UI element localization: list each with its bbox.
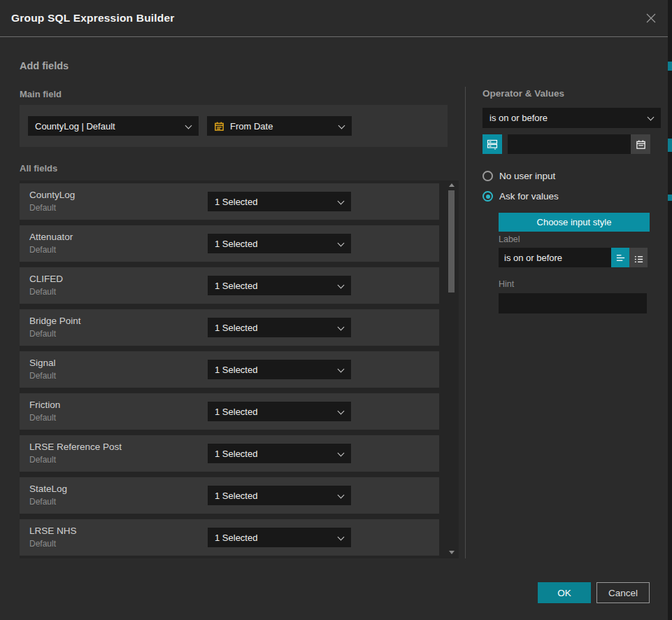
field-row: Friction Default 1 Selected [20, 393, 439, 430]
input-style-list-button[interactable] [629, 248, 648, 267]
field-values-select[interactable]: 1 Selected [208, 276, 351, 295]
choose-input-style-button[interactable]: Choose input style [499, 213, 650, 232]
unique-values-button[interactable] [482, 134, 502, 154]
cancel-button[interactable]: Cancel [596, 582, 650, 603]
radio-no-user-input-label: No user input [499, 171, 555, 181]
chevron-down-icon [338, 451, 344, 457]
field-values-select-value: 1 Selected [215, 449, 257, 459]
label-caption: Label [499, 234, 520, 244]
date-picker-button[interactable] [631, 134, 650, 154]
field-row: CLIFED Default 1 Selected [20, 267, 439, 304]
label-input[interactable] [499, 248, 611, 267]
field-values-select-value: 1 Selected [215, 197, 257, 207]
radio-ask-for-values[interactable]: Ask for values [482, 191, 559, 202]
operator-select-value: is on or before [489, 113, 548, 123]
field-values-select[interactable]: 1 Selected [208, 402, 351, 421]
field-select[interactable]: From Date [207, 116, 352, 136]
field-values-select-value: 1 Selected [215, 323, 257, 333]
background-fragment [668, 139, 672, 152]
radio-unselected-icon [482, 171, 493, 181]
chevron-down-icon [338, 535, 344, 541]
close-button[interactable] [643, 10, 659, 27]
input-style-text-button[interactable] [611, 248, 629, 267]
ok-button[interactable]: OK [538, 582, 591, 603]
field-values-select[interactable]: 1 Selected [208, 486, 351, 505]
field-values-select[interactable]: 1 Selected [208, 318, 351, 337]
field-values-select[interactable]: 1 Selected [208, 234, 351, 253]
hint-input[interactable] [499, 293, 647, 313]
main-field-label: Main field [20, 89, 62, 99]
chevron-down-icon [338, 367, 344, 373]
layer-select-value: CountyLog | Default [35, 121, 115, 132]
align-left-icon [615, 253, 626, 263]
calendar-icon [214, 121, 224, 132]
field-row: LRSE NHS Default 1 Selected [20, 519, 439, 556]
background-fragment [668, 62, 672, 71]
background-fragment [668, 195, 672, 201]
field-values-select-value: 1 Selected [215, 491, 257, 501]
hint-caption: Hint [499, 279, 514, 289]
chevron-down-icon [338, 123, 345, 129]
field-values-select[interactable]: 1 Selected [208, 528, 351, 547]
radio-selected-icon [482, 191, 493, 202]
background-app-strip [668, 0, 672, 620]
chevron-down-icon [185, 123, 192, 129]
all-fields-list: CountyLog Default 1 Selected Attenuator … [20, 181, 459, 558]
chevron-down-icon [338, 241, 344, 247]
field-row: Attenuator Default 1 Selected [20, 225, 439, 262]
field-row: StateLog Default 1 Selected [20, 477, 439, 514]
unique-values-icon [487, 139, 498, 150]
value-input[interactable] [508, 134, 631, 154]
operator-values-heading: Operator & Values [482, 88, 564, 99]
field-values-select-value: 1 Selected [215, 239, 257, 249]
chevron-down-icon [338, 493, 344, 499]
chevron-down-icon [338, 325, 344, 331]
panel-divider [465, 87, 466, 558]
group-sql-expression-builder-dialog: Group SQL Expression Builder Add fields … [0, 0, 668, 620]
field-values-select[interactable]: 1 Selected [208, 192, 351, 211]
field-row: CountyLog Default 1 Selected [20, 183, 439, 220]
field-row: Bridge Point Default 1 Selected [20, 309, 439, 346]
field-values-select[interactable]: 1 Selected [208, 360, 351, 379]
layer-select[interactable]: CountyLog | Default [28, 116, 199, 136]
radio-ask-for-values-label: Ask for values [499, 191, 559, 202]
close-icon [645, 13, 657, 24]
field-row: LRSE Reference Post Default 1 Selected [20, 435, 439, 472]
dialog-header: Group SQL Expression Builder [0, 0, 668, 37]
field-values-select[interactable]: 1 Selected [208, 444, 351, 463]
bulleted-list-icon [634, 254, 644, 265]
scroll-up-arrow-icon[interactable] [449, 183, 455, 187]
main-field-panel: CountyLog | Default From Date [20, 105, 448, 147]
operator-select[interactable]: is on or before [482, 108, 661, 128]
field-row: Signal Default 1 Selected [20, 351, 439, 388]
chevron-down-icon [338, 283, 344, 289]
chevron-down-icon [338, 409, 344, 415]
list-scrollbar [448, 182, 455, 556]
field-select-value: From Date [230, 121, 273, 132]
field-values-select-value: 1 Selected [215, 407, 257, 417]
radio-no-user-input[interactable]: No user input [482, 171, 555, 181]
chevron-down-icon [648, 115, 654, 121]
add-fields-heading: Add fields [20, 60, 69, 71]
field-values-select-value: 1 Selected [215, 281, 257, 291]
calendar-icon [636, 139, 646, 150]
chevron-down-icon [338, 199, 344, 205]
scrollbar-thumb[interactable] [448, 190, 455, 293]
dialog-title: Group SQL Expression Builder [11, 12, 175, 24]
scroll-down-arrow-icon[interactable] [449, 551, 455, 554]
all-fields-label: All fields [20, 163, 57, 174]
field-values-select-value: 1 Selected [215, 533, 257, 543]
field-values-select-value: 1 Selected [215, 365, 257, 375]
